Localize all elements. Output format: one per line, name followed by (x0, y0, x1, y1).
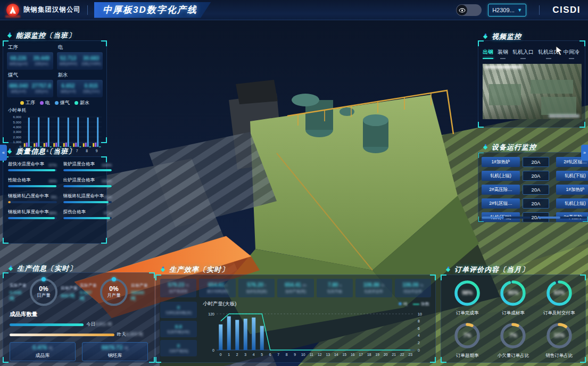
video-tab-1[interactable]: 出钢 (483, 48, 493, 59)
header-divider-2 (539, 5, 540, 15)
svg-text:6: 6 (269, 353, 271, 356)
svg-text:20: 20 (384, 353, 388, 356)
svg-text:12: 12 (318, 353, 322, 356)
energy-value-label: 总耗(万kWh) (81, 62, 101, 66)
order-donut-grid: 98%订单完成率95%订单成材率93%订单及时交付率7%订单超期率7%小欠量订单… (444, 279, 582, 359)
quality-item-fill (63, 185, 112, 187)
quality-item-label: 探伤合格率 (63, 209, 86, 215)
svg-text:9: 9 (96, 149, 98, 153)
svg-text:2: 2 (418, 341, 420, 345)
efficiency-stat-label: 班产完成率 (169, 289, 188, 294)
stock-box-label: 钢坯库 (108, 352, 122, 359)
svg-text:5: 5 (261, 353, 263, 356)
device-label: 1#加热炉 (482, 157, 520, 167)
stock-bars: 今日4,811 吨昨天5,203 吨 (10, 321, 148, 338)
output-gauge-group: 实际产量0.967 吨0%月产量目标产量58000 吨 (80, 278, 148, 306)
stock-box: 0.476 吨成品库 (10, 342, 76, 361)
svg-text:3,000: 3,000 (13, 130, 22, 134)
efficiency-side-tile: 0当班轧制块数(块) (160, 302, 197, 318)
gauge-pct: 0% (109, 285, 118, 293)
donut-pct: 98% (462, 290, 473, 296)
visibility-toggle[interactable] (456, 4, 482, 16)
gauge-right-value: 58000 吨 (131, 290, 148, 302)
svg-text:11: 11 (310, 353, 313, 356)
stock-bar-label: 今日4,811 吨 (86, 321, 112, 328)
svg-text:15: 15 (342, 353, 346, 356)
device-reading: 2#轧区辊…20A (482, 198, 552, 209)
svg-text:7: 7 (76, 149, 78, 153)
energy-value: 486.040 (9, 83, 28, 89)
video-camera-tabs: 出钢装钢轧机入口轧机出口中间冷电动热 (483, 48, 582, 59)
right-collapse-tab[interactable]: » (581, 145, 588, 161)
device-scrollbar-right[interactable] (538, 217, 587, 219)
header-divider (87, 5, 88, 15)
energy-chart-title: 小时单耗 (8, 107, 103, 114)
svg-text:23: 23 (408, 353, 412, 356)
left-collapse-tab[interactable]: « (0, 145, 7, 161)
production-info-panel: 实际产量0.045 吨0%日产量目标产量900 吨实际产量0.967 吨0%月产… (3, 272, 155, 363)
efficiency-stat-value: 576.20 t (247, 282, 266, 288)
dashboard-root: 陕钢集团汉钢公司 中厚板3D数字化产线 H2309... ▼ CISDI (0, 0, 588, 366)
energy-value-label: 总耗(万m³) (83, 89, 100, 94)
donut-label: 小欠量订单占比 (498, 353, 529, 359)
company-logo-caption (5, 15, 20, 18)
energy-value: 30.683 (83, 55, 100, 61)
gauge-left-value: 0.045 吨 (10, 290, 27, 302)
quality-item-fill (8, 185, 56, 187)
quality-item-fill (63, 201, 109, 203)
svg-text:8: 8 (86, 149, 88, 153)
model-dropdown[interactable]: H2309... ▼ (488, 4, 526, 16)
donut-label: 销售订单占比 (545, 353, 573, 359)
video-tab-5[interactable]: 中间冷 (564, 48, 579, 59)
company-name: 陕钢集团汉钢公司 (23, 5, 81, 14)
quality-item-bar (63, 169, 112, 171)
efficiency-side-value: 8.8 (175, 323, 182, 329)
quality-item-label: 出炉温度合格率 (63, 177, 95, 184)
efficiency-stat-tile: 654.61 t累计坯料(吨) (199, 279, 235, 297)
diamond-icon (445, 267, 451, 273)
quality-item-fill (8, 217, 55, 219)
energy-panel-title: 能源监控〔当班〕 (6, 31, 76, 40)
device-readings-grid: 1#加热炉20A2#轧区辊…20A轧机(上辊)20A轧机(下辊)20A2#高压除… (482, 157, 588, 222)
efficiency-stat-value: 106.06 % (402, 282, 423, 288)
quality-item-bar (8, 185, 57, 187)
energy-chart-legend: 工序电煤气新水 (7, 99, 103, 106)
donut-label: 订单成材率 (502, 310, 525, 317)
video-tab-2[interactable]: 装钢 (498, 48, 508, 59)
svg-text:16: 16 (351, 353, 355, 356)
video-watermark (549, 114, 579, 118)
device-value: 20A (523, 185, 549, 195)
svg-text:3: 3 (244, 353, 246, 356)
energy-group-box: 52.713单耗(kWh/t)30.683总耗(万kWh) (57, 52, 103, 70)
donut-pct: 7% (509, 332, 517, 338)
donut-pct: 10% (554, 332, 565, 338)
quality-items-grid: 超快冷温度命中率97%装炉温度合格率100%性能合格率99%出炉温度合格率100… (8, 161, 102, 219)
svg-text:22: 22 (400, 353, 404, 356)
diamond-icon (6, 32, 13, 39)
device-scrollbar-left[interactable] (482, 217, 531, 219)
efficiency-stat-tile: 579.23 %班产完成率 (160, 279, 196, 297)
quality-item-pct: 100% (102, 179, 112, 184)
stock-bar-label: 昨天5,203 吨 (117, 331, 143, 338)
energy-group-box: 486.040单耗(m³/t)27757.8总耗(m³) (7, 80, 53, 97)
energy-value: 6.652 (62, 83, 75, 89)
video-panel-title: 视频监控 (482, 32, 521, 41)
quality-item: 钢板终轧温度命中率93% (63, 193, 112, 203)
video-tab-3[interactable]: 轧机入口 (512, 48, 534, 59)
quality-item-label: 装炉温度合格率 (63, 161, 95, 168)
svg-text:13: 13 (326, 353, 330, 356)
energy-value-label: 单耗(kWh/t) (59, 62, 77, 66)
donut-label: 订单完成率 (456, 310, 479, 317)
stock-bar-value: 5,203 吨 (126, 331, 143, 337)
efficiency-stat-value: 579.23 % (168, 282, 189, 288)
quality-item-bar (63, 185, 112, 187)
energy-value-label: 单耗(m³/t) (61, 89, 76, 94)
video-feed[interactable] (483, 64, 582, 119)
device-label: 2#轧区辊… (482, 198, 520, 209)
stock-box: 8876.72 吨钢坯库 (82, 342, 148, 361)
gauge-name: 月产量 (107, 293, 121, 299)
stock-box-label: 成品库 (36, 352, 50, 359)
energy-group: 新水6.652单耗(m³/t)0.915总耗(万m³) (57, 71, 103, 97)
quality-panel: 超快冷温度命中率97%装炉温度合格率100%性能合格率99%出炉温度合格率100… (3, 156, 107, 244)
efficiency-stat-tile: 654.41 t/h当班产量(吨) (277, 279, 313, 297)
